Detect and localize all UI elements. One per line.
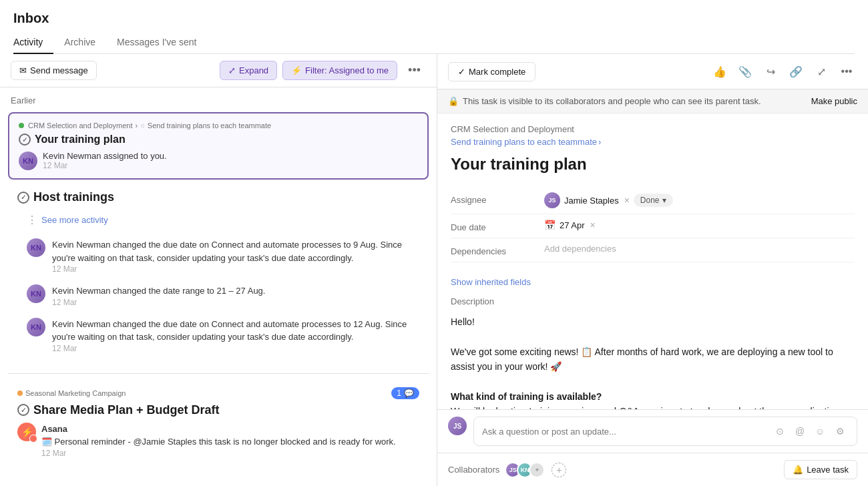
more-options-icon[interactable]: •••	[403, 61, 426, 80]
inbox-item-training-plan[interactable]: CRM Selection and Deployment › ○ Send tr…	[8, 112, 429, 180]
item-meta: KN Kevin Newman assigned to you. 12 Mar	[19, 151, 418, 170]
section-earlier-label: Earlier	[0, 87, 437, 109]
comment-area: JS ⊙ @ ☺ ⚙	[437, 409, 868, 453]
send-message-button[interactable]: ✉ Send message	[11, 61, 97, 80]
show-inherited-fields-button[interactable]: Show inherited fields	[451, 273, 531, 291]
page-title: Inbox	[13, 11, 855, 26]
meta-date-1: 12 Mar	[43, 161, 167, 170]
due-date-field-row: Due date 📅 27 Apr ×	[451, 214, 855, 238]
dependencies-value: Add dependencies	[544, 244, 855, 254]
breadcrumb: CRM Selection and Deployment › ○ Send tr…	[19, 121, 418, 130]
asana-activity: ⚡ Asana 🗓️ Personal reminder - @Jamie St…	[17, 423, 419, 458]
chevron-down-icon: ▾	[662, 196, 666, 205]
remove-assignee-button[interactable]: ×	[624, 195, 630, 206]
complete-icon-2	[17, 192, 29, 204]
emoji-icon[interactable]: ☺	[811, 423, 829, 440]
more-comment-icon[interactable]: ⚙	[831, 423, 849, 440]
assignee-avatar: JS	[544, 192, 560, 208]
task-fields: Assignee JS Jamie Staples × Done ▾ Due d…	[451, 187, 855, 262]
more-options-right-icon[interactable]: •••	[836, 61, 857, 82]
activity-item-1: KN Kevin Newman changed the due date on …	[17, 234, 419, 278]
parent-task-link[interactable]: Send training plans to each teammate ›	[451, 137, 855, 147]
filter-icon: ⚡	[291, 65, 302, 75]
comment-input-wrapper: ⊙ @ ☺ ⚙	[473, 417, 857, 446]
see-more-activity[interactable]: ⋮ See more activity	[17, 211, 419, 229]
collab-left: Collaborators JS KN + +	[448, 462, 566, 478]
leave-task-button[interactable]: 🔔 Leave task	[784, 460, 857, 479]
description-text: Hello! We've got some exciting news! 📋 A…	[451, 314, 855, 409]
dependencies-label: Dependencies	[451, 244, 544, 256]
collab-avatars: JS KN +	[505, 462, 541, 478]
asana-avatar-wrapper: ⚡	[17, 423, 36, 441]
left-toolbar: ✉ Send message ⤢ Expand ⚡ Filter: Assign…	[0, 54, 437, 87]
remove-due-date-button[interactable]: ×	[590, 220, 596, 230]
description-section: Description Hello! We've got some exciti…	[451, 296, 855, 409]
badge-count: 1 💬	[391, 387, 419, 399]
avatar-kevin-img: KN	[19, 152, 37, 170]
inbox-item-host-trainings: Host trainings ⋮ See more activity KN Ke…	[8, 182, 429, 368]
mark-complete-button[interactable]: ✓ Mark complete	[448, 62, 535, 81]
campaign-label: Seasonal Marketing Campaign	[17, 389, 126, 397]
chevron-right-icon: ›	[598, 137, 601, 147]
divider	[8, 373, 429, 374]
comment-user-avatar: JS	[448, 417, 467, 435]
tab-activity[interactable]: Activity	[13, 31, 53, 54]
assignee-value: JS Jamie Staples × Done ▾	[544, 192, 855, 208]
right-scroll: CRM Selection and Deployment Send traini…	[437, 113, 868, 409]
visibility-text: 🔒 This task is visible to its collaborat…	[448, 96, 761, 106]
avatar-kevin: KN	[19, 152, 37, 170]
item-title: Your training plan	[19, 134, 418, 146]
comment-input[interactable]	[482, 427, 771, 437]
due-date-label: Due date	[451, 220, 544, 232]
activity-item-2: KN Kevin Newman changed the date range t…	[17, 280, 419, 311]
status-pill[interactable]: Done ▾	[634, 194, 673, 207]
complete-icon-3	[17, 404, 29, 416]
inbox-list: Earlier CRM Selection and Deployment › ○…	[0, 87, 437, 486]
comment-badge-icon: 💬	[404, 389, 414, 398]
collab-avatar-3: +	[529, 462, 545, 478]
tab-bar: Activity Archive Messages I've sent	[13, 31, 855, 54]
mention-icon[interactable]: @	[791, 423, 809, 440]
add-collaborator-button[interactable]: +	[552, 463, 566, 477]
check-icon-small: ○	[140, 121, 145, 130]
link-jamie-staples[interactable]: @Jamie Staples	[133, 437, 196, 447]
due-date-text: 27 Apr	[560, 220, 585, 230]
tab-archive[interactable]: Archive	[53, 31, 106, 54]
send-icon: ✉	[19, 65, 27, 75]
comment-icons: ⊙ @ ☺ ⚙	[771, 423, 849, 440]
host-trainings-title: Host trainings	[17, 190, 419, 204]
check-mark-icon: ✓	[458, 67, 465, 77]
tab-messages-sent[interactable]: Messages I've sent	[106, 31, 207, 54]
make-public-button[interactable]: Make public	[811, 96, 857, 106]
orange-dot	[17, 391, 23, 396]
meta-text-1: Kevin Newman assigned to you.	[43, 151, 167, 161]
expand-icon[interactable]: ⤢	[811, 61, 832, 82]
collaborators-bar: Collaborators JS KN + + 🔔 Leave task	[437, 453, 868, 486]
due-date-value: 📅 27 Apr ×	[544, 220, 855, 230]
assignee-field-row: Assignee JS Jamie Staples × Done ▾	[451, 187, 855, 214]
bullet-list-icon[interactable]: ⊙	[771, 423, 789, 440]
assignee-name: Jamie Staples	[564, 196, 619, 206]
avatar-kevin-3: KN	[27, 284, 45, 303]
bell-icon: 🔔	[793, 465, 803, 475]
inbox-item-share-media[interactable]: Seasonal Marketing Campaign 1 💬 Share Me…	[8, 379, 429, 466]
page-header: Inbox Activity Archive Messages I've sen…	[0, 0, 868, 54]
attachment-icon[interactable]: 📎	[734, 61, 756, 82]
link-connect-1[interactable]: Connect and automate processes	[212, 240, 341, 250]
expand-icon: ⤢	[228, 65, 236, 75]
link-icon[interactable]: 🔗	[785, 61, 807, 82]
share-media-title: Share Media Plan + Budget Draft	[17, 403, 419, 417]
add-dependencies-button[interactable]: Add dependencies	[544, 244, 616, 254]
right-breadcrumb: CRM Selection and Deployment	[451, 124, 855, 134]
dependencies-field-row: Dependencies Add dependencies	[451, 238, 855, 262]
expand-button[interactable]: ⤢ Expand	[220, 61, 277, 80]
right-toolbar: ✓ Mark complete 👍 📎 ↪ 🔗 ⤢ •••	[437, 54, 868, 89]
thumbs-up-icon[interactable]: 👍	[709, 61, 730, 82]
breadcrumb-dot	[19, 123, 24, 128]
link-connect-2[interactable]: Connect and automate processes	[212, 319, 341, 329]
main-layout: ✉ Send message ⤢ Expand ⚡ Filter: Assign…	[0, 54, 868, 486]
forward-icon[interactable]: ↪	[760, 61, 781, 82]
dots-icon: ⋮	[27, 214, 37, 226]
filter-button[interactable]: ⚡ Filter: Assigned to me	[282, 61, 397, 80]
description-label: Description	[451, 296, 855, 306]
